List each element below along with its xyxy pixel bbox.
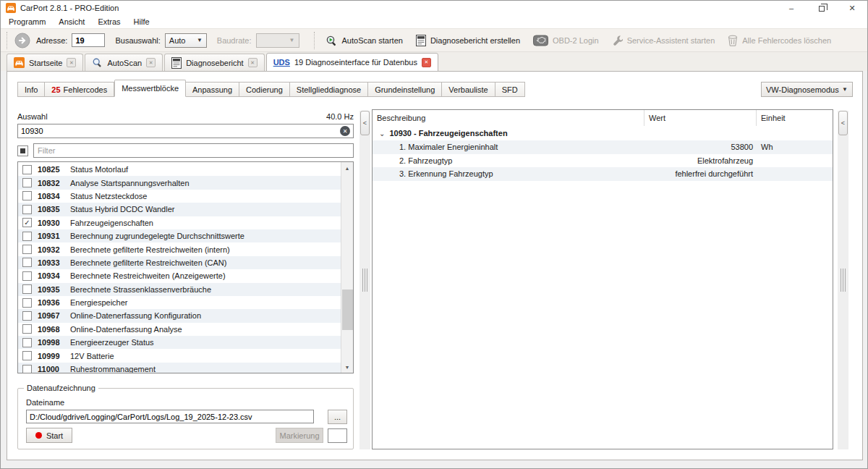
tab-autoscan[interactable]: AutoScan✕ xyxy=(85,54,163,71)
filter-input[interactable] xyxy=(33,143,354,158)
list-item[interactable]: 11000Ruhestrommanagement xyxy=(18,363,341,373)
checkbox[interactable] xyxy=(22,351,32,360)
tab-info[interactable]: Info xyxy=(17,82,45,97)
collapse-right-icon[interactable]: < xyxy=(838,111,848,135)
magnifier-icon xyxy=(92,57,103,68)
close-button[interactable]: ✕ xyxy=(837,1,867,15)
select-all-checkbox[interactable] xyxy=(17,145,28,156)
scrollbar-thumb[interactable] xyxy=(342,290,353,330)
checkbox[interactable] xyxy=(22,284,32,294)
checkbox[interactable] xyxy=(22,205,32,214)
markierung-input[interactable] xyxy=(328,428,347,443)
tab-label: AutoScan xyxy=(107,59,142,67)
chevron-down-icon: ▼ xyxy=(842,86,848,93)
table-row[interactable]: 3. Erkennung Fahrzeugtypfehlerfrei durch… xyxy=(373,167,833,181)
tab-diagnosebericht[interactable]: Diagnosebericht✕ xyxy=(164,54,265,71)
list-item[interactable]: 10931Berechnung zugrundegelegte Durchsch… xyxy=(18,229,341,242)
block-id: 10935 xyxy=(38,285,64,294)
tab-fehlercodes[interactable]: 25Fehlercodes xyxy=(45,82,114,97)
scroll-up-icon[interactable]: ▲ xyxy=(341,162,353,174)
start-recording-button[interactable]: Start xyxy=(26,428,72,443)
list-item[interactable]: 10835Status Hybrid DCDC Wandler xyxy=(18,203,341,216)
list-item[interactable]: 10936Energiespeicher xyxy=(18,296,341,309)
table-row[interactable]: 2. FahrzeugtypElektrofahrzeug xyxy=(373,154,833,168)
document-tabstrip: Startseite✕AutoScan✕Diagnosebericht✕UDS1… xyxy=(1,52,867,71)
list-item[interactable]: 10934Berechnete Restreichweiten (Anzeige… xyxy=(18,269,341,282)
tab-codierung[interactable]: Codierung xyxy=(239,82,290,97)
expander-icon[interactable]: ⌄ xyxy=(379,130,385,138)
checkbox[interactable] xyxy=(22,245,32,254)
checkbox[interactable] xyxy=(22,165,32,174)
checkbox[interactable] xyxy=(22,271,32,281)
cell-beschreibung: 2. Fahrzeugtyp xyxy=(373,156,644,165)
tab-anpassung[interactable]: Anpassung xyxy=(186,82,239,97)
checkbox[interactable] xyxy=(22,298,32,308)
diagnosemodus-select[interactable]: VW-Diagnosemodus▼ xyxy=(761,82,853,97)
menu-hilfe[interactable]: Hilfe xyxy=(127,17,156,26)
list-item[interactable]: 10935Berechnete Strassenklassenverbräuch… xyxy=(18,283,341,296)
close-tab-icon[interactable]: ✕ xyxy=(146,58,156,67)
table-row[interactable]: 1. Maximaler Energieninhalt53800Wh xyxy=(373,140,833,154)
checkbox[interactable] xyxy=(22,232,32,241)
browse-button[interactable]: ... xyxy=(328,410,347,424)
list-item[interactable]: 10834Status Netzsteckdose xyxy=(18,190,341,203)
button-label: Diagnosebericht erstellen xyxy=(430,36,520,45)
close-tab-icon[interactable]: ✕ xyxy=(67,58,76,67)
scroll-down-icon[interactable]: ▼ xyxy=(341,361,353,373)
autoscan-starten-button[interactable]: AutoScan starten xyxy=(319,31,409,50)
list-item[interactable]: 10832Analyse Startspannungsverhalten xyxy=(18,176,341,189)
connect-arrow-icon[interactable] xyxy=(14,33,30,48)
list-item[interactable]: 10998Energieerzeuger Status xyxy=(18,336,341,349)
checkbox[interactable] xyxy=(22,324,32,334)
tab-startseite[interactable]: Startseite✕ xyxy=(7,54,83,71)
list-item[interactable]: 10968Online-Datenerfassung Analyse xyxy=(18,323,341,336)
list-item[interactable]: 10825Status Motorlauf xyxy=(18,163,341,176)
restore-icon xyxy=(819,6,825,12)
group-row[interactable]: ⌄ 10930 - Fahrzeugeigenschaften xyxy=(373,126,833,140)
checkbox[interactable] xyxy=(22,338,32,347)
tab-stellglieddiagnose[interactable]: Stellglieddiagnose xyxy=(290,82,368,97)
log-filename-input[interactable] xyxy=(26,410,314,423)
checkbox[interactable] xyxy=(22,258,32,267)
close-tab-icon[interactable]: ✕ xyxy=(422,58,431,67)
close-tab-icon[interactable]: ✕ xyxy=(248,58,258,67)
tab-messwertbl-cke[interactable]: Messwertblöcke xyxy=(114,80,186,97)
wrench-icon xyxy=(612,35,623,46)
tab-19-diagnoseinterface-f-r-datenbus[interactable]: UDS19 Diagnoseinterface für Datenbus✕ xyxy=(266,53,438,72)
collapse-left-icon[interactable]: < xyxy=(360,111,370,135)
tab-sfd[interactable]: SFD xyxy=(495,82,525,97)
tab-grundeinstellung[interactable]: Grundeinstellung xyxy=(368,82,442,97)
col-beschreibung: Beschreibung xyxy=(373,110,644,126)
list-item[interactable]: 10932Berechnete gefilterte Restreichweit… xyxy=(18,242,341,255)
busauswahl-select[interactable]: Auto▼ xyxy=(165,33,207,48)
menu-programm[interactable]: Programm xyxy=(2,17,52,26)
menu-extras[interactable]: Extras xyxy=(91,17,127,26)
checkbox[interactable] xyxy=(22,311,32,321)
list-scrollbar[interactable]: ▲ ▼ xyxy=(341,162,353,373)
checkbox[interactable] xyxy=(22,178,32,187)
list-item[interactable]: ✓10930Fahrzeugeigenschaften xyxy=(18,216,341,229)
block-id: 10968 xyxy=(38,325,64,334)
menu-ansicht[interactable]: Ansicht xyxy=(52,17,91,26)
restore-button[interactable] xyxy=(807,1,837,15)
checkbox[interactable]: ✓ xyxy=(22,218,32,227)
list-item[interactable]: 1099912V Batterie xyxy=(18,349,341,362)
tab-verbauliste[interactable]: Verbauliste xyxy=(442,82,495,97)
list-item[interactable]: 10967Online-Datenerfassung Konfiguration xyxy=(18,309,341,322)
trash-icon xyxy=(728,35,738,46)
adresse-input[interactable] xyxy=(72,33,105,47)
clear-selection-icon[interactable]: ✕ xyxy=(340,126,350,136)
minimize-button[interactable]: – xyxy=(776,1,807,15)
checkbox[interactable] xyxy=(22,365,32,373)
right-splitter[interactable]: < xyxy=(838,111,848,449)
tab-label: Diagnosebericht xyxy=(186,59,244,67)
checkbox[interactable] xyxy=(22,191,32,200)
splitter-grip xyxy=(841,269,846,292)
tab-label: 19 Diagnoseinterface für Datenbus xyxy=(294,58,417,67)
chevron-down-icon: ▼ xyxy=(289,37,295,43)
list-item[interactable]: 10933Berechnete gefilterte Restreichweit… xyxy=(18,256,341,269)
diagnosebericht-erstellen-button[interactable]: Diagnosebericht erstellen xyxy=(409,31,527,50)
selection-input[interactable] xyxy=(18,127,340,135)
cell-wert: fehlerfrei durchgeführt xyxy=(644,169,757,178)
center-splitter[interactable]: < xyxy=(359,111,370,449)
